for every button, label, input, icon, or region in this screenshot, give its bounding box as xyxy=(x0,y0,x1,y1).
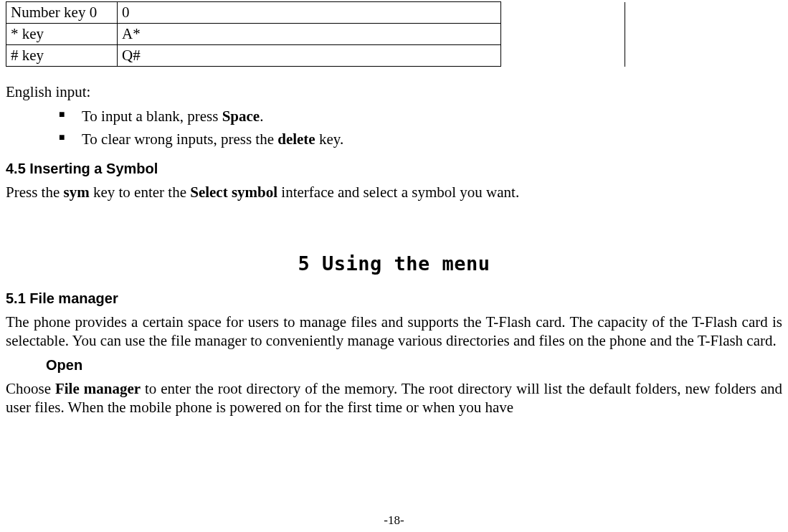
english-input-label: English input: xyxy=(6,82,782,101)
bold-term: delete xyxy=(277,130,315,148)
page-number: -18- xyxy=(0,513,788,528)
section-5-1-heading: 5.1 File manager xyxy=(6,290,782,307)
bold-term: sym xyxy=(64,184,90,201)
open-body: Choose File manager to enter the root di… xyxy=(6,379,782,417)
body-text: Choose xyxy=(6,380,55,397)
table-cell-key: * key xyxy=(6,24,118,45)
table-cell-key: # key xyxy=(6,45,118,67)
bold-term: Select symbol xyxy=(190,184,277,201)
list-text: key. xyxy=(315,130,343,148)
table-cell-value: 0 xyxy=(118,2,501,24)
body-text: Press the xyxy=(6,184,64,201)
key-mapping-table: Number key 0 0 * key A* # key Q# xyxy=(6,1,625,67)
table-row: Number key 0 0 xyxy=(6,2,625,24)
chapter-5-heading: 5 Using the menu xyxy=(6,252,782,275)
list-text: To input a blank, press xyxy=(82,108,222,125)
list-item: To input a blank, press Space. xyxy=(6,105,782,128)
english-input-list: To input a blank, press Space. To clear … xyxy=(6,105,782,151)
open-heading: Open xyxy=(46,357,782,374)
section-4-5-heading: 4.5 Inserting a Symbol xyxy=(6,161,782,177)
list-text: . xyxy=(260,108,263,125)
bold-term: File manager xyxy=(55,380,141,397)
bold-term: Space xyxy=(222,108,260,125)
body-text: interface and select a symbol you want. xyxy=(277,184,519,201)
section-5-1-body: The phone provides a certain space for u… xyxy=(6,313,782,351)
table-cell-value: A* xyxy=(118,24,501,45)
table-cell-value: Q# xyxy=(118,45,501,67)
table-cell-empty xyxy=(501,2,625,67)
section-4-5-body: Press the sym key to enter the Select sy… xyxy=(6,183,782,201)
body-text: key to enter the xyxy=(90,184,191,201)
document-page: Number key 0 0 * key A* # key Q# English… xyxy=(0,0,788,532)
table-cell-key: Number key 0 xyxy=(6,2,118,24)
list-item: To clear wrong inputs, press the delete … xyxy=(6,128,782,151)
list-text: To clear wrong inputs, press the xyxy=(82,130,277,148)
